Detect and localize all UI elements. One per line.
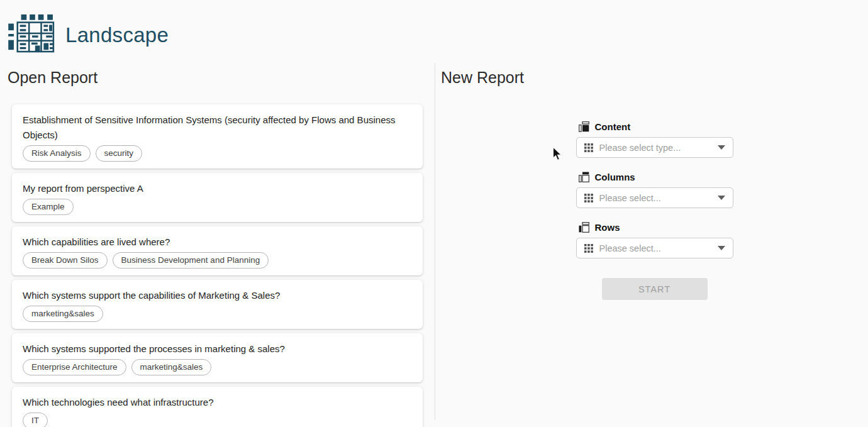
apps-grid-icon [584,143,593,152]
content-select-placeholder: Please select type... [599,143,711,153]
report-card[interactable]: My report from perspective A Example [12,173,423,222]
landscape-logo-icon [8,14,57,56]
report-tag-chip: Business Development and Planning [113,252,269,269]
app-header: Landscape [0,0,868,60]
report-title: My report from perspective A [23,181,413,196]
new-report-panel: New Report Content [435,60,868,427]
report-tag-chip: Example [23,199,74,215]
report-title: Which capabilities are lived where? [23,235,413,250]
rows-select[interactable]: Please select... [576,238,733,258]
report-card[interactable]: Establishment of Sensitive Information S… [12,104,423,169]
report-tags: marketing&sales [23,306,413,322]
report-tags: Break Down SilosBusiness Development and… [23,252,413,269]
report-list: Establishment of Sensitive Information S… [12,104,423,427]
apps-grid-icon [584,244,593,253]
report-tags: Example [23,199,413,215]
report-title: Which systems support the capabilities o… [23,288,413,303]
content-select[interactable]: Please select type... [576,137,733,158]
rows-select-placeholder: Please select... [599,243,711,253]
open-report-heading: Open Report [8,69,435,87]
rows-label-text: Rows [595,222,620,233]
report-card[interactable]: Which systems supported the processes in… [12,333,423,382]
report-tags: Risk Analysissecurity [23,145,413,162]
app-title: Landscape [65,23,169,47]
report-tag-chip: marketing&sales [131,359,212,375]
report-tags: IT [23,413,413,427]
content-label-text: Content [595,121,631,132]
report-title: Which technologies need what infrastruct… [23,395,413,410]
columns-matrix-icon [579,172,589,182]
report-title: Which systems supported the processes in… [23,341,413,357]
report-tag-chip: IT [23,413,48,427]
report-tag-chip: Break Down Silos [23,252,108,269]
columns-label-text: Columns [595,172,635,182]
columns-section-label: Columns [579,172,733,182]
report-tag-chip: Risk Analysis [23,145,91,162]
chevron-down-icon [718,246,725,250]
new-report-form: Content Please select type... [576,121,733,300]
chevron-down-icon [718,145,725,150]
report-tag-chip: marketing&sales [23,306,103,322]
report-card[interactable]: Which capabilities are lived where? Brea… [12,226,423,275]
content-section-label: Content [579,121,733,132]
start-button[interactable]: START [602,278,708,300]
report-tags: Enterprise Architecturemarketing&sales [23,359,413,375]
new-report-heading: New Report [441,69,868,87]
rows-matrix-icon [579,222,589,233]
chevron-down-icon [718,196,725,200]
columns-select[interactable]: Please select... [576,187,733,208]
report-card[interactable]: Which technologies need what infrastruct… [12,387,423,427]
columns-select-placeholder: Please select... [599,193,711,203]
report-tag-chip: security [96,145,143,162]
content-matrix-icon [579,121,589,132]
report-tag-chip: Enterprise Architecture [23,359,126,375]
report-title: Establishment of Sensitive Information S… [23,113,413,143]
open-report-panel: Open Report Establishment of Sensitive I… [0,60,435,427]
apps-grid-icon [584,194,593,202]
report-card[interactable]: Which systems support the capabilities o… [12,280,423,329]
rows-section-label: Rows [579,222,733,233]
